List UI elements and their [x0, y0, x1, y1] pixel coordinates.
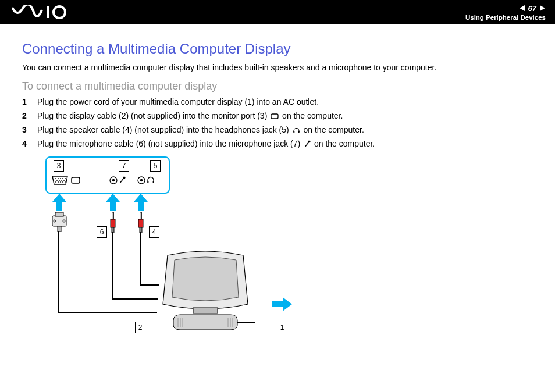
step-text: Plug the microphone cable (6) (not suppl…: [37, 139, 375, 148]
svg-rect-47: [193, 308, 218, 313]
step-text: Plug the display cable (2) (not supplied…: [37, 111, 343, 120]
arrow-up-icon: [52, 194, 66, 211]
page-number: 67: [528, 4, 536, 13]
callout-1: 1: [277, 322, 287, 333]
svg-point-28: [123, 177, 126, 179]
section-title: Using Peripheral Devices: [465, 14, 546, 21]
svg-point-11: [58, 178, 59, 179]
prev-page-arrow-icon[interactable]: [519, 5, 526, 12]
svg-marker-55: [272, 297, 292, 311]
svg-rect-37: [55, 212, 63, 216]
callout-3: 3: [54, 160, 64, 172]
mic-cable: [112, 298, 158, 300]
svg-point-16: [59, 180, 60, 181]
page-title: Connecting a Multimedia Computer Display: [22, 41, 535, 57]
svg-marker-33: [52, 194, 66, 211]
svg-rect-42: [111, 219, 115, 227]
step-4: 4 Plug the microphone cable (6) (not sup…: [22, 139, 535, 148]
step-text: Plug the power cord of your multimedia c…: [37, 97, 319, 106]
headphone-jack-icon: [137, 176, 145, 184]
svg-marker-3: [540, 5, 545, 11]
mic-jack-icon: [109, 176, 118, 184]
callout-5: 5: [150, 160, 161, 172]
step-3: 3 Plug the speaker cable (4) (not suppli…: [22, 125, 535, 134]
svg-rect-32: [153, 181, 154, 183]
svg-rect-4: [271, 114, 278, 119]
svg-rect-31: [147, 181, 148, 183]
step-number: 2: [22, 111, 30, 120]
svg-point-13: [62, 178, 63, 179]
step-list: 1 Plug the power cord of your multimedia…: [22, 97, 535, 148]
svg-rect-0: [47, 6, 49, 18]
intro-paragraph: You can connect a multimedia computer di…: [22, 63, 535, 72]
display-cable: [58, 231, 59, 313]
callout-tick: [140, 313, 140, 322]
svg-rect-6: [298, 131, 299, 133]
svg-point-10: [55, 178, 56, 179]
svg-marker-9: [52, 176, 67, 184]
mic-cable: [112, 232, 113, 300]
svg-rect-41: [112, 212, 114, 219]
step-number: 4: [22, 139, 30, 148]
mic-plug-icon: [109, 212, 116, 233]
step-1: 1 Plug the power cord of your multimedia…: [22, 97, 535, 106]
svg-marker-34: [106, 194, 120, 211]
svg-point-19: [55, 181, 56, 183]
arrow-up-icon: [134, 194, 148, 211]
monitor-port-symbol-icon: [71, 176, 80, 184]
step-text: Plug the speaker cable (4) (not supplied…: [37, 125, 364, 134]
vga-port-icon: [51, 175, 69, 186]
step-number: 3: [22, 125, 30, 134]
vaio-logo: [12, 5, 76, 19]
svg-marker-35: [134, 194, 148, 211]
svg-rect-44: [140, 212, 142, 219]
step-number: 1: [22, 97, 30, 106]
svg-point-39: [63, 220, 65, 222]
svg-rect-24: [72, 177, 80, 183]
svg-point-23: [65, 181, 66, 183]
page-content: Connecting a Multimedia Computer Display…: [0, 24, 555, 337]
svg-point-1: [54, 6, 65, 18]
svg-rect-5: [293, 131, 294, 133]
headphone-symbol-icon: [147, 176, 155, 184]
multimedia-monitor-icon: [156, 250, 255, 333]
vga-plug-icon: [50, 212, 69, 232]
svg-point-38: [54, 220, 56, 222]
svg-rect-45: [138, 219, 143, 227]
monitor-port-icon: [271, 113, 279, 120]
step-2: 2 Plug the display cable (2) (not suppli…: [22, 111, 535, 120]
page-navigation: 67: [519, 4, 546, 13]
svg-point-18: [63, 180, 65, 181]
callout-6: 6: [97, 226, 107, 238]
svg-point-22: [62, 181, 63, 183]
callout-2: 2: [135, 322, 145, 333]
svg-point-8: [308, 141, 311, 143]
svg-point-17: [61, 180, 62, 181]
callout-7: 7: [119, 160, 129, 172]
svg-point-30: [140, 179, 143, 181]
header-bar: 67 Using Peripheral Devices: [0, 0, 555, 24]
svg-marker-2: [520, 5, 525, 11]
svg-line-27: [120, 178, 124, 183]
arrow-up-icon: [106, 194, 120, 211]
svg-point-21: [60, 181, 61, 183]
callout-4: 4: [149, 226, 159, 238]
headphones-icon: [293, 127, 300, 134]
speaker-plug-icon: [137, 212, 144, 233]
procedure-heading: To connect a multimedia computer display: [22, 80, 535, 92]
speaker-cable: [140, 232, 141, 286]
svg-point-15: [56, 180, 58, 181]
svg-point-14: [65, 178, 66, 179]
next-page-arrow-icon[interactable]: [539, 5, 546, 12]
display-cable: [58, 312, 157, 313]
svg-line-7: [305, 142, 309, 147]
svg-point-20: [58, 181, 59, 183]
mic-symbol-icon: [119, 176, 126, 184]
svg-point-26: [112, 179, 115, 181]
header-right: 67 Using Peripheral Devices: [465, 4, 546, 21]
microphone-icon: [304, 140, 311, 148]
arrow-right-icon: [272, 297, 292, 311]
connection-diagram: 3 7 5: [45, 156, 336, 337]
svg-point-12: [60, 178, 61, 179]
